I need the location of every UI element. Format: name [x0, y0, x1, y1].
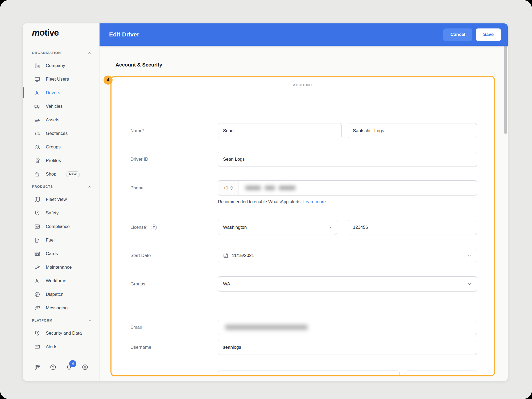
sidebar-item-label: Vehicles — [46, 104, 63, 109]
save-button[interactable]: Save — [476, 28, 501, 41]
sidebar: motive ORGANIZATION Company — [23, 23, 100, 381]
step-badge: 4 — [104, 76, 113, 85]
name-field-row: Name* — [112, 123, 494, 138]
account-icon[interactable] — [81, 364, 89, 371]
compass-icon — [34, 291, 40, 298]
email-label: Email — [130, 320, 142, 335]
guide-map-icon[interactable] — [34, 364, 41, 371]
help-icon[interactable] — [50, 364, 57, 371]
username-input[interactable] — [218, 340, 477, 355]
sidebar-item-safety[interactable]: Safety — [23, 206, 99, 220]
sidebar-item-fleet-users[interactable]: Fleet Users — [23, 72, 99, 86]
account-card-title: ACCOUNT — [112, 77, 494, 93]
driver-person-icon — [34, 90, 40, 96]
license-label: License* ? — [130, 220, 157, 235]
sidebar-item-workforce[interactable]: Workforce — [23, 274, 99, 288]
sidebar-item-label: Geofences — [46, 131, 68, 136]
chart-frame-icon — [34, 223, 40, 230]
groups-value: WA — [223, 281, 230, 287]
chat-bubbles-icon — [34, 305, 40, 311]
shopping-bag-icon — [34, 171, 40, 177]
country-code-stepper[interactable]: +1 — [218, 181, 238, 195]
vertical-scrollbar[interactable] — [504, 45, 507, 134]
section-title: Account & Security — [116, 62, 162, 68]
groups-field-row: Groups WA — [112, 276, 494, 292]
sidebar-item-label: Cards — [46, 251, 58, 256]
sidebar-item-maintenance[interactable]: Maintenance — [23, 260, 99, 274]
sidebar-nav: ORGANIZATION Company Fleet Users — [23, 47, 99, 354]
phone-label: Phone — [130, 180, 143, 196]
caret-down-icon — [329, 227, 332, 228]
sidebar-item-label: Fuel — [46, 238, 55, 243]
sidebar-item-compliance[interactable]: Compliance — [23, 220, 99, 233]
generate-password-button[interactable]: Generate Password — [406, 371, 477, 375]
chevron-down-icon — [467, 253, 472, 258]
sidebar-item-groups[interactable]: Groups — [23, 140, 99, 154]
sidebar-item-messaging[interactable]: Messaging — [23, 301, 99, 315]
motive-logo[interactable]: motive — [32, 28, 59, 38]
document-gear-icon — [34, 157, 40, 164]
sidebar-item-dispatch[interactable]: Dispatch — [23, 288, 99, 301]
credit-card-icon — [34, 251, 40, 257]
sidebar-item-geofences[interactable]: Geofences — [23, 127, 99, 140]
sidebar-item-fuel[interactable]: Fuel — [23, 233, 99, 247]
notifications-bell-icon[interactable]: 4 — [65, 364, 73, 371]
page-title: Edit Driver — [109, 31, 139, 38]
first-name-input[interactable] — [218, 123, 342, 138]
driver-id-input[interactable] — [218, 152, 477, 167]
wrench-icon — [34, 264, 40, 271]
license-number-input[interactable] — [348, 220, 477, 235]
sidebar-item-security-and-data[interactable]: Security and Data — [23, 326, 99, 340]
company-building-icon — [34, 63, 40, 69]
username-field-row: Username — [112, 340, 494, 355]
sidebar-section-organization[interactable]: ORGANIZATION — [23, 47, 99, 59]
phone-field-row: Phone +1 — [112, 180, 494, 196]
monitor-icon — [34, 76, 40, 82]
edit-driver-header: Edit Driver Cancel Save — [100, 23, 508, 46]
last-name-input[interactable] — [348, 123, 477, 138]
sidebar-item-assets[interactable]: Assets — [23, 113, 99, 127]
country-code-value: +1 — [223, 186, 228, 190]
sidebar-section-platform[interactable]: PLATFORM — [23, 315, 99, 326]
email-field-row: Email — [112, 320, 494, 335]
sidebar-item-shop[interactable]: Shop NEW — [23, 167, 99, 181]
sidebar-item-label: Workforce — [46, 278, 66, 284]
account-card: ACCOUNT Name* Driver ID Phone — [110, 76, 495, 376]
app-window: motive ORGANIZATION Company — [23, 23, 508, 381]
trailer-icon — [34, 117, 40, 123]
active-indicator — [23, 87, 24, 98]
section-label: PLATFORM — [32, 319, 52, 322]
license-state-select[interactable]: Washington — [218, 220, 337, 235]
section-label: PRODUCTS — [32, 185, 53, 189]
sidebar-section-products[interactable]: PRODUCTS — [23, 181, 99, 193]
chevron-down-icon — [467, 282, 472, 286]
sidebar-item-alerts[interactable]: Alerts — [23, 340, 99, 354]
calendar-icon — [223, 253, 228, 258]
map-icon — [34, 196, 40, 203]
notification-count-badge: 4 — [69, 360, 76, 367]
sidebar-item-company[interactable]: Company — [23, 59, 99, 72]
start-date-label: Start Date — [130, 248, 151, 263]
cancel-button[interactable]: Cancel — [443, 28, 473, 41]
email-input[interactable] — [218, 320, 477, 335]
people-group-icon — [34, 144, 40, 150]
sidebar-item-vehicles[interactable]: Vehicles — [23, 99, 99, 113]
groups-select[interactable]: WA — [218, 276, 477, 292]
sidebar-item-label: Messaging — [46, 305, 68, 311]
sidebar-item-label: Fleet View — [46, 197, 67, 202]
sidebar-footer: 4 — [23, 353, 99, 381]
sidebar-item-profiles[interactable]: Profiles — [23, 154, 99, 167]
start-date-picker[interactable]: 11/15/2021 — [218, 248, 477, 263]
new-badge: NEW — [66, 171, 80, 177]
sidebar-item-label: Drivers — [46, 90, 60, 95]
groups-label: Groups — [130, 276, 145, 292]
stepper-arrows-icon — [230, 186, 233, 190]
sidebar-item-cards[interactable]: Cards — [23, 247, 99, 260]
driver-id-label: Driver ID — [130, 152, 148, 167]
phone-input[interactable]: +1 — [218, 180, 477, 196]
sidebar-item-fleet-view[interactable]: Fleet View — [23, 193, 99, 206]
password-input[interactable] — [218, 371, 400, 375]
sidebar-item-drivers[interactable]: Drivers — [23, 86, 99, 99]
help-tooltip-icon[interactable]: ? — [151, 225, 157, 230]
learn-more-link[interactable]: Learn more — [303, 199, 326, 204]
